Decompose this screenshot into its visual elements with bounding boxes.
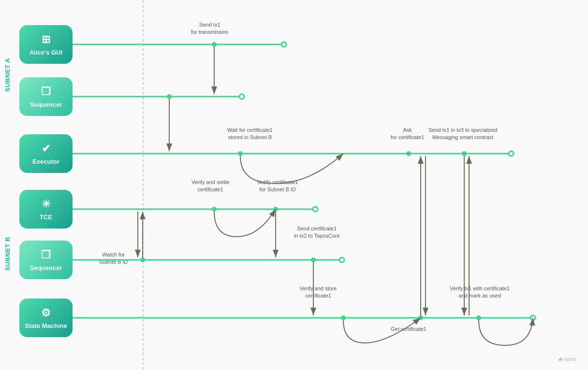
actor-executor: ✔ Executor [19,134,73,173]
actor-state-machine: ⚙ State Machine [19,299,73,337]
svg-point-4 [212,42,217,47]
watermark: ◆ topos [558,356,576,362]
executor-icon: ✔ [42,142,50,155]
annotation-wait-cert: Wait for certificate1stored in Subnet B [227,127,273,142]
svg-point-26 [530,315,535,320]
annotation-watch-subnet: Watch forSubnet B ID [99,251,128,266]
state-machine-icon: ⚙ [41,307,51,319]
svg-point-11 [406,151,411,156]
svg-point-10 [238,151,243,156]
diagram-container: SUBNET A SUBNET B ⊞ Alice's GUI ❐ Sequen… [0,0,588,370]
annotation-verify-settle: Verify and settlecertificate1 [191,179,229,194]
svg-point-12 [462,151,467,156]
svg-point-24 [418,315,423,320]
svg-point-21 [339,257,344,262]
annotation-verify-store: Verify and storecertificate1 [300,285,337,300]
svg-point-7 [167,94,172,99]
svg-point-8 [239,94,244,99]
separator [143,0,144,370]
svg-point-5 [281,42,286,47]
sequencer-b-icon: ❐ [41,249,51,261]
annotation-get-cert: Get certificate1 [391,326,426,333]
annotation-ask-cert: Askfor certificate1 [391,127,424,142]
annotation-notify-cert: Notify certificate1for Subnet B ID [257,179,298,194]
alice-gui-icon: ⊞ [42,33,50,46]
tce-icon: ✳ [42,198,50,211]
svg-point-17 [313,207,318,212]
annotation-send-tx1-msg: Send tx1 in tx3 to specializedMessaging … [428,127,497,142]
svg-point-13 [509,151,514,156]
sequencer-a-icon: ❐ [41,85,51,98]
actor-sequencer-a: ❐ Sequencer [19,77,73,116]
annotation-verify-tx1: Verify tx1 with certificate1and mark as … [450,285,510,300]
svg-point-20 [311,257,316,262]
svg-point-25 [476,315,481,320]
actor-alice-gui: ⊞ Alice's GUI [19,25,73,64]
svg-point-23 [341,315,346,320]
annotation-send-cert: Send certificate1in tx2 to ToposCore [294,225,340,240]
subnet-b-label: SUBNET B [4,237,11,270]
svg-point-15 [212,207,217,212]
actor-sequencer-b: ❐ Sequencer [19,241,73,279]
subnet-a-label: SUBNET A [4,58,11,92]
actor-tce: ✳ TCE [19,190,73,228]
annotation-send-tx1: Send tx1for transmission [191,21,229,36]
svg-point-16 [273,207,278,212]
